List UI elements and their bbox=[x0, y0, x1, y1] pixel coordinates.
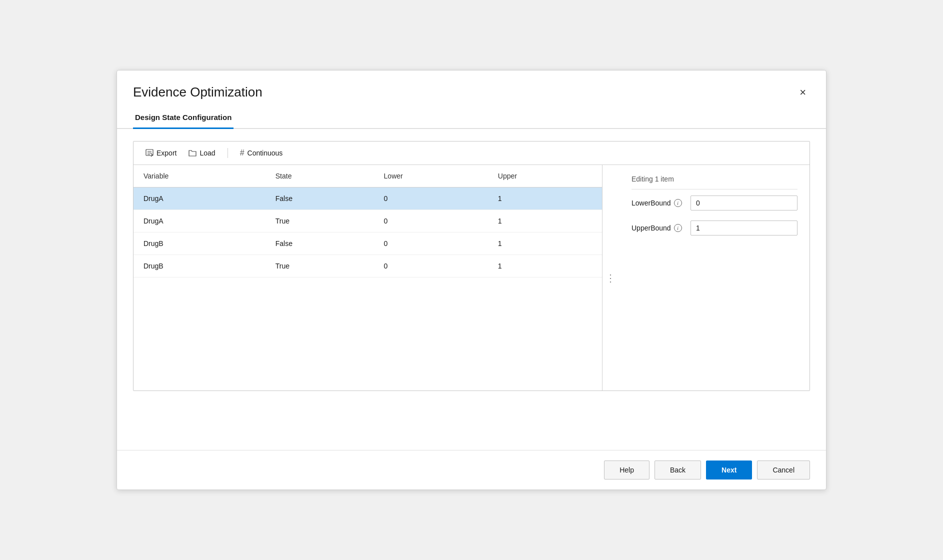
cell-state: True bbox=[266, 210, 374, 232]
edit-panel: Editing 1 item LowerBound i UpperBound i bbox=[620, 165, 810, 390]
table-row[interactable]: DrugB False 0 1 bbox=[134, 232, 602, 255]
cancel-button[interactable]: Cancel bbox=[757, 460, 810, 480]
close-button[interactable]: × bbox=[796, 85, 810, 100]
tab-bar: Design State Configuration bbox=[117, 108, 826, 129]
cell-upper: 1 bbox=[488, 255, 602, 278]
drag-handle[interactable]: ⋮ bbox=[602, 165, 620, 390]
cell-upper: 1 bbox=[488, 232, 602, 255]
upper-bound-input[interactable] bbox=[690, 220, 798, 236]
dialog-title: Evidence Optimization bbox=[133, 84, 262, 100]
dialog-header: Evidence Optimization × bbox=[117, 70, 826, 108]
upper-bound-info-icon[interactable]: i bbox=[674, 224, 682, 232]
tab-design-state-configuration[interactable]: Design State Configuration bbox=[133, 108, 234, 129]
cell-variable: DrugB bbox=[134, 232, 266, 255]
lower-bound-input[interactable] bbox=[690, 196, 798, 210]
cell-variable: DrugA bbox=[134, 188, 266, 210]
col-lower: Lower bbox=[374, 165, 488, 188]
table-row[interactable]: DrugB True 0 1 bbox=[134, 255, 602, 278]
upper-bound-label: UpperBound i bbox=[632, 224, 686, 232]
export-icon bbox=[146, 149, 154, 157]
cell-lower: 0 bbox=[374, 232, 488, 255]
load-icon bbox=[188, 149, 196, 157]
continuous-button[interactable]: # Continuous bbox=[236, 146, 287, 160]
hash-icon: # bbox=[240, 148, 244, 158]
cell-state: False bbox=[266, 188, 374, 210]
lower-bound-row: LowerBound i bbox=[632, 196, 798, 210]
upper-bound-row: UpperBound i bbox=[632, 220, 798, 236]
cell-variable: DrugB bbox=[134, 255, 266, 278]
load-label: Load bbox=[200, 149, 215, 157]
export-label: Export bbox=[156, 149, 176, 157]
cell-upper: 1 bbox=[488, 210, 602, 232]
cell-lower: 0 bbox=[374, 255, 488, 278]
col-upper: Upper bbox=[488, 165, 602, 188]
footer: Help Back Next Cancel bbox=[117, 450, 826, 490]
help-button[interactable]: Help bbox=[604, 460, 650, 480]
evidence-optimization-dialog: Evidence Optimization × Design State Con… bbox=[116, 70, 826, 490]
table-edit-wrapper: Variable State Lower Upper DrugA False 0 bbox=[134, 165, 810, 390]
drag-dots-icon: ⋮ bbox=[606, 272, 616, 284]
cell-lower: 0 bbox=[374, 188, 488, 210]
export-button[interactable]: Export bbox=[142, 147, 180, 159]
cell-state: True bbox=[266, 255, 374, 278]
content-area: Export Load # Continuous bbox=[117, 129, 826, 450]
next-button[interactable]: Next bbox=[706, 460, 752, 480]
lower-bound-info-icon[interactable]: i bbox=[674, 199, 682, 207]
data-table: Variable State Lower Upper DrugA False 0 bbox=[134, 165, 602, 278]
panel-wrapper: Export Load # Continuous bbox=[133, 141, 810, 391]
table-body: DrugA False 0 1 DrugA True 0 1 bbox=[134, 188, 602, 278]
editing-header: Editing 1 item bbox=[632, 175, 798, 190]
table-row[interactable]: DrugA False 0 1 bbox=[134, 188, 602, 210]
lower-bound-label: LowerBound i bbox=[632, 199, 686, 207]
back-button[interactable]: Back bbox=[654, 460, 701, 480]
table-section: Variable State Lower Upper DrugA False 0 bbox=[134, 165, 602, 390]
cell-upper: 1 bbox=[488, 188, 602, 210]
table-header: Variable State Lower Upper bbox=[134, 165, 602, 188]
continuous-label: Continuous bbox=[248, 149, 283, 157]
table-row[interactable]: DrugA True 0 1 bbox=[134, 210, 602, 232]
col-state: State bbox=[266, 165, 374, 188]
toolbar: Export Load # Continuous bbox=[134, 142, 810, 165]
load-button[interactable]: Load bbox=[184, 147, 219, 159]
cell-variable: DrugA bbox=[134, 210, 266, 232]
col-variable: Variable bbox=[134, 165, 266, 188]
cell-lower: 0 bbox=[374, 210, 488, 232]
cell-state: False bbox=[266, 232, 374, 255]
toolbar-divider bbox=[228, 148, 228, 158]
